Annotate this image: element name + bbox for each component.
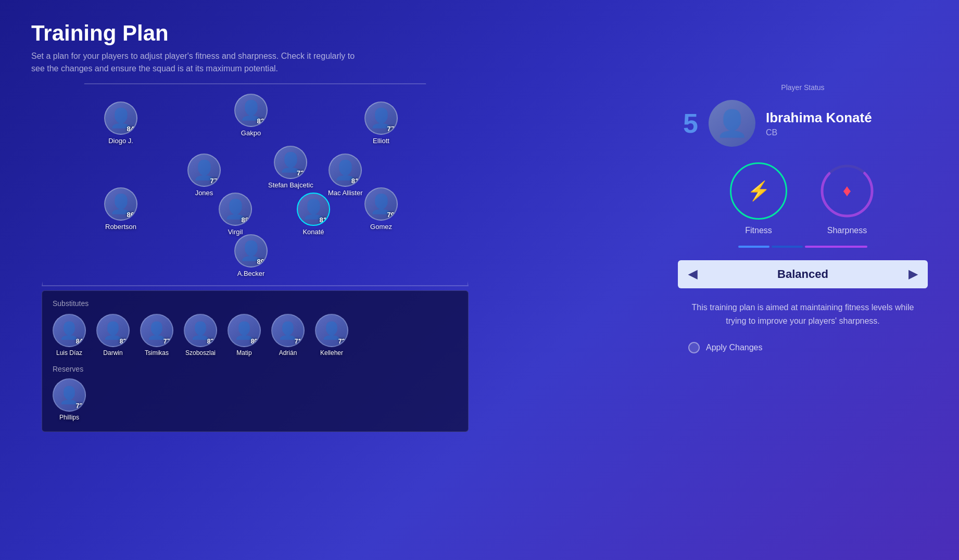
plan-name: Balanced — [777, 268, 828, 281]
fitness-label: Fitness — [745, 226, 772, 235]
player-virgil[interactable]: ⚡♥ 👤 88 Virgil — [219, 193, 252, 236]
player-avatar: ⚡♥ 👤 72 — [274, 146, 307, 179]
sharpness-label: Sharpness — [827, 226, 867, 235]
apply-row: Apply Changes — [678, 342, 928, 353]
player-photo: 👤 — [709, 100, 755, 147]
player-avatar: ♥ 👤 81 — [297, 193, 330, 226]
sub-avatar: ⚡♥ 👤 82 — [184, 314, 217, 347]
plan-next-button[interactable]: ▶ — [908, 268, 917, 281]
player-info-row: 5 👤 Ibrahima Konaté CB — [678, 100, 928, 147]
bar-blue2 — [772, 246, 803, 248]
player-abecker[interactable]: ⚡♥ 👤 89 A.Becker — [234, 234, 268, 277]
substitutes-panel: Substitutes ⚡♥ 👤 84 Luis Díaz ⚡♥ 👤 82 Da… — [42, 290, 469, 432]
color-bars — [678, 246, 928, 248]
apply-label: Apply Changes — [706, 343, 763, 352]
apply-toggle[interactable] — [688, 342, 700, 353]
bar-blue1 — [738, 246, 769, 248]
sub-player-kelleher[interactable]: ⚡♥ 👤 73 Kelleher — [315, 314, 348, 357]
sub-avatar: ⚡♥ 👤 73 — [315, 314, 348, 347]
player-avatar: ⚡♥ 👤 89 — [234, 234, 268, 268]
sub-avatar: ⚡♥ 👤 84 — [53, 314, 86, 347]
sharpness-circle-wrap: ♦ Sharpness — [818, 162, 876, 235]
right-panel: Player Status 5 👤 Ibrahima Konaté CB ⚡ F… — [678, 83, 928, 353]
player-avatar: ⚡♥ 👤 88 — [219, 193, 252, 226]
sub-player-adrian[interactable]: ⚡♥ 👤 71 Adrián — [271, 314, 305, 357]
player-status-title: Player Status — [678, 83, 928, 92]
player-konate[interactable]: ♥ 👤 81 Konaté — [297, 193, 330, 236]
reserves-label: Reserves — [53, 365, 458, 373]
sub-player-darwin[interactable]: ⚡♥ 👤 82 Darwin — [96, 314, 130, 357]
bar-purple — [805, 246, 867, 248]
player-diogoj[interactable]: ⚡♥ 👤 84 Diogo J. — [104, 101, 137, 145]
fitness-circle-wrap: ⚡ Fitness — [730, 162, 787, 235]
sub-player-szoboszlai[interactable]: ⚡♥ 👤 82 Szoboszlai — [184, 314, 217, 357]
sub-avatar: ⚡♥ 👤 82 — [96, 314, 130, 347]
sub-avatar: ⚡♥ 👤 77 — [140, 314, 173, 347]
sub-avatar: ⚡♥ 👤 71 — [271, 314, 305, 347]
substitutes-row: ⚡♥ 👤 84 Luis Díaz ⚡♥ 👤 82 Darwin ⚡♥ 👤 77… — [53, 314, 458, 357]
plan-selector: ◀ Balanced ▶ — [678, 260, 928, 288]
page-header: Training Plan Set a plan for your player… — [31, 21, 364, 75]
player-gomez[interactable]: ⚡♥ 👤 79 Gomez — [364, 187, 398, 231]
fitness-circle: ⚡ — [730, 162, 787, 220]
player-macallister[interactable]: ⚡ 👤 81 Mac Allister — [328, 154, 362, 197]
player-elliott[interactable]: ⚡♥ 👤 77 Elliott — [364, 101, 398, 145]
sharpness-arc-svg: ♦ — [818, 162, 876, 220]
player-robertson[interactable]: ⚡♥ 👤 86 Robertson — [104, 187, 137, 231]
sub-avatar: ⚡♥ 👤 73 — [53, 378, 86, 412]
player-avatar: ⚡♥ 👤 83 — [234, 94, 268, 127]
reserves-row: ⚡♥ 👤 73 Phillips — [53, 378, 458, 421]
sub-player-tsimikas[interactable]: ⚡♥ 👤 77 Tsimikas — [140, 314, 173, 357]
player-gakpo[interactable]: ⚡♥ 👤 83 Gakpo — [234, 94, 268, 137]
player-avatar: ⚡♥ 👤 79 — [364, 187, 398, 221]
player-details: Ibrahima Konaté CB — [766, 110, 928, 137]
bolt-icon: ⚡ — [747, 180, 771, 202]
player-jones[interactable]: ⚡♥ 👤 77 Jones — [187, 154, 221, 197]
player-avatar: ⚡♥ 👤 77 — [364, 101, 398, 135]
player-full-name: Ibrahima Konaté — [766, 110, 928, 126]
plan-description: This training plan is aimed at maintaini… — [678, 301, 928, 327]
plan-prev-button[interactable]: ◀ — [688, 268, 697, 281]
player-avatar: ⚡♥ 👤 86 — [104, 187, 137, 221]
svg-text:♦: ♦ — [843, 181, 851, 200]
player-number: 5 — [683, 108, 698, 139]
sub-player-luisdiaz[interactable]: ⚡♥ 👤 84 Luis Díaz — [53, 314, 86, 357]
page-subtitle: Set a plan for your players to adjust pl… — [31, 50, 364, 75]
player-avatar: ⚡♥ 👤 84 — [104, 101, 137, 135]
page-title: Training Plan — [31, 21, 364, 46]
sub-player-matip[interactable]: ⚡♥ 👤 80 Matip — [228, 314, 261, 357]
sub-player-phillips[interactable]: ⚡♥ 👤 73 Phillips — [53, 378, 86, 421]
player-bajcetic[interactable]: ⚡♥ 👤 72 Stefan Bajcetic — [268, 146, 313, 189]
substitutes-label: Substitutes — [53, 299, 458, 308]
sub-avatar: ⚡♥ 👤 80 — [228, 314, 261, 347]
pitch-container: ⚡♥ 👤 89 A.Becker ⚡♥ 👤 86 Robertson ⚡♥ 👤 … — [42, 83, 469, 286]
player-avatar: ⚡♥ 👤 77 — [187, 154, 221, 187]
player-position: CB — [766, 128, 928, 137]
stats-circles: ⚡ Fitness ♦ Sharpness — [678, 162, 928, 235]
player-avatar: ⚡ 👤 81 — [329, 154, 362, 187]
